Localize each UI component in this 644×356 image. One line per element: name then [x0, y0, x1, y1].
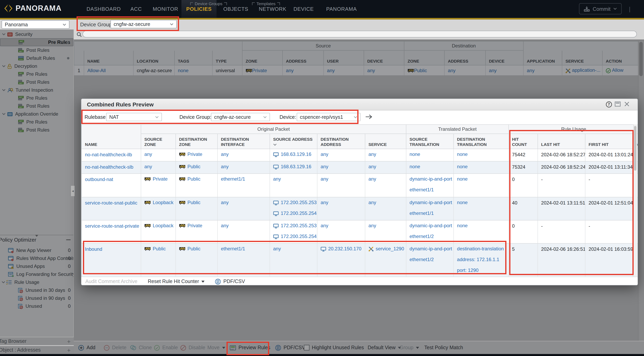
dialog-device-group-selector[interactable]: cngfw-az-secure	[211, 113, 270, 121]
column-header-destination-zone[interactable]: DESTINATION ZONE	[176, 134, 218, 149]
nav-tab-monitor[interactable]: MONITOR	[148, 0, 183, 18]
search-input[interactable]	[82, 31, 637, 38]
column-header-destination-translation[interactable]: DESTINATION TRANSLATION	[454, 134, 508, 149]
nav-tab-dashboard[interactable]: DASHBOARD	[82, 0, 126, 18]
toolbar-default-view-button[interactable]: Default View	[368, 341, 401, 354]
column-header-name[interactable]: NAME	[84, 50, 134, 65]
optimizer-item-rules-without-app-controls[interactable]: Rules Without App Controls0	[0, 254, 74, 262]
sidebar-item-decryption[interactable]: Decryption	[0, 62, 73, 70]
column-header-address[interactable]: ADDRESS	[444, 50, 486, 65]
column-header-source-zone[interactable]: SOURCE ZONE	[141, 134, 176, 149]
sidebar-collapse-handle[interactable]: ◂	[71, 186, 74, 196]
optimizer-item-rule-usage[interactable]: Rule Usage	[0, 278, 74, 286]
maximize-icon[interactable]	[614, 101, 621, 107]
reset-rule-hit-counter-button[interactable]: Reset Rule Hit Counter	[148, 279, 204, 284]
sidebar-item-security-pre-rules[interactable]: Pre Rules	[0, 38, 73, 46]
nav-tab-acc[interactable]: ACC	[126, 0, 146, 18]
sidebar-item-application-override-post-rules[interactable]: Post Rules	[0, 126, 73, 134]
column-header-destination-interface[interactable]: DESTINATION INTERFACE	[218, 134, 270, 149]
nav-tab-panorama[interactable]: PANORAMA	[322, 0, 362, 18]
rulebase-selector[interactable]: NAT	[106, 113, 162, 121]
rule-link[interactable]: Allow-All	[87, 68, 106, 73]
rule-link[interactable]: service-route-snat-public	[85, 200, 137, 206]
rule-link[interactable]: service-route-snat-private	[85, 223, 139, 229]
column-header-action[interactable]: ACTION	[602, 50, 638, 65]
column-header-service[interactable]: SERVICE	[562, 50, 602, 65]
highlight-unused-checkbox[interactable]	[304, 345, 310, 350]
tag-browser-panel[interactable]: Tag Browser +	[0, 337, 74, 345]
sidebar-item-tunnel-inspection-pre-rules[interactable]: Pre Rules	[0, 94, 73, 102]
sidebar-item-decryption-pre-rules[interactable]: Pre Rules	[0, 70, 73, 78]
commit-button[interactable]: Commit	[579, 3, 622, 14]
nat-rule-row-service-route-snat-public[interactable]: service-route-snat-publicLoopbackPublica…	[82, 197, 638, 220]
toolbar-add-button[interactable]: Add	[78, 341, 96, 354]
column-header-device[interactable]: DEVICE	[364, 50, 404, 65]
rule-link[interactable]: outbound-nat	[85, 176, 113, 182]
toolbar-test-policy-match-button[interactable]: Test Policy Match	[424, 341, 463, 354]
column-header-zone[interactable]: ZONE	[242, 50, 282, 65]
apply-filter-arrow-icon[interactable]	[365, 114, 372, 119]
scrollbar-thumb[interactable]	[634, 126, 636, 170]
tunnel-icon	[7, 88, 13, 93]
chevron-down-icon	[263, 116, 267, 118]
column-header-last-hit[interactable]: LAST HIT	[538, 134, 585, 149]
sidebar-item-tunnel-inspection[interactable]: Tunnel Inspection	[0, 86, 73, 94]
nav-tab-device[interactable]: DEVICE	[289, 0, 318, 18]
zone-icon	[179, 247, 186, 251]
dialog-scrollbar[interactable]	[633, 124, 637, 277]
optimizer-item-unused-in-30-days[interactable]: Unused in 30 days0	[0, 286, 74, 294]
sidebar-item-security[interactable]: Security	[0, 30, 73, 38]
expand-plus-icon[interactable]: +	[67, 347, 70, 354]
scrollbar-thumb[interactable]	[639, 42, 643, 76]
optimizer-item-unused-in-90-days[interactable]: Unused in 90 days0	[0, 294, 74, 302]
sidebar-item-application-override-pre-rules[interactable]: Pre Rules	[0, 118, 73, 126]
column-header-address[interactable]: ADDRESS	[282, 50, 324, 65]
column-header-name[interactable]: NAME	[82, 134, 141, 149]
brand[interactable]: PANORAMA	[4, 4, 62, 13]
column-header-user[interactable]: USER	[324, 50, 364, 65]
rule-link[interactable]: Inbound	[85, 246, 102, 252]
optimizer-item-log-forwarding-for-security-ser[interactable]: Log Forwarding for Security Ser	[0, 270, 74, 278]
rule-link[interactable]: no-nat-healthcheck-ilb	[85, 152, 132, 158]
close-icon[interactable]	[624, 101, 630, 107]
collapse-minus-icon[interactable]	[66, 239, 70, 240]
sidebar-item-decryption-post-rules[interactable]: Post Rules	[0, 78, 73, 86]
column-header-destination-address[interactable]: DESTINATION ADDRESS	[317, 134, 365, 149]
toolbar-preview-rules-button[interactable]: Preview Rules	[230, 341, 270, 354]
nat-rule-row-no-nat-healthcheck-slb[interactable]: no-nat-healthcheck-slbanyPublicany168.63…	[82, 161, 638, 174]
vertical-scrollbar[interactable]	[638, 41, 644, 341]
column-header-service[interactable]: SERVICE	[365, 134, 406, 149]
context-selector[interactable]: Panorama	[2, 20, 70, 29]
column-header-source-translation[interactable]: SOURCE TRANSLATION	[406, 134, 454, 149]
column-header-device[interactable]: DEVICE	[486, 50, 523, 65]
optimizer-item-unused[interactable]: Unused0	[0, 302, 74, 310]
nat-rule-row-inbound[interactable]: InboundPublicPublicethernet1/1any20.232.…	[82, 244, 638, 277]
column-header-type[interactable]: TYPE	[212, 50, 242, 65]
column-header-source-address[interactable]: SOURCE ADDRESS	[270, 134, 317, 149]
column-header-application[interactable]: APPLICATION	[523, 50, 562, 65]
column-header-first-hit[interactable]: FIRST HIT	[585, 134, 633, 149]
dialog-pdf-csv-button[interactable]: PDF/CSV	[215, 278, 245, 284]
column-header-tags[interactable]: TAGS	[174, 50, 212, 65]
sidebar-item-application-override[interactable]: Application Override	[0, 110, 73, 118]
sidebar-item-tunnel-inspection-post-rules[interactable]: Post Rules	[0, 102, 73, 110]
toolbar-highlight-unused-rules-button[interactable]: Highlight Unused Rules	[304, 341, 364, 354]
device-group-selector[interactable]: cngfw-az-secure	[110, 20, 177, 28]
help-icon[interactable]: ?	[606, 101, 612, 108]
table-row[interactable]: 1Allow-Allcngfw-az-securenoneuniversalPr…	[74, 65, 638, 76]
column-header-zone[interactable]: ZONE	[404, 50, 444, 65]
rule-link[interactable]: no-nat-healthcheck-slb	[85, 164, 134, 170]
expand-plus-icon[interactable]: +	[67, 338, 70, 345]
optimizer-item-unused-apps[interactable]: Unused Apps0	[0, 262, 74, 270]
object-addresses-panel[interactable]: Object : Addresses +	[0, 346, 74, 354]
column-header-location[interactable]: LOCATION	[134, 50, 174, 65]
toolbar-pdf-csv-button[interactable]: PDF/CSV	[275, 341, 305, 354]
optimizer-item-new-app-viewer[interactable]: New App Viewer0	[0, 246, 74, 254]
sidebar-item-security-default-rules[interactable]: Default Rules	[0, 54, 73, 62]
nat-rule-row-no-nat-healthcheck-ilb[interactable]: no-nat-healthcheck-ilbanyPrivateany168.6…	[82, 149, 638, 161]
column-header-hit-count[interactable]: HIT COUNT	[508, 134, 538, 149]
nat-rule-row-service-route-snat-private[interactable]: service-route-snat-privateLoopbackPrivat…	[82, 220, 638, 244]
nat-rule-row-outbound-nat[interactable]: outbound-natPrivatePublicethernet1/1anya…	[82, 174, 638, 197]
sidebar-item-security-post-rules[interactable]: Post Rules	[0, 46, 73, 54]
device-selector[interactable]: cspencer-rep/vsys1	[297, 113, 360, 121]
